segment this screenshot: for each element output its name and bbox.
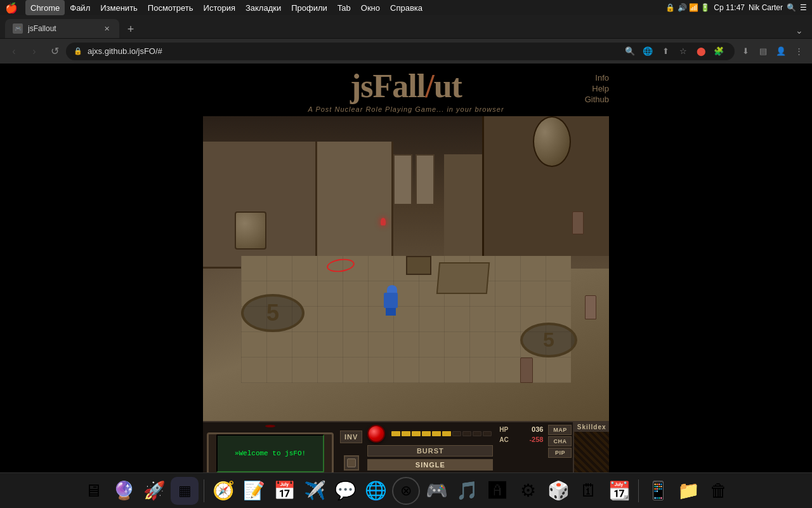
- menu-history[interactable]: История: [199, 0, 240, 15]
- dock-separator-1: [204, 479, 204, 502]
- menu-view[interactable]: Посмотреть: [143, 0, 199, 15]
- dock-music[interactable]: 🎵: [453, 477, 481, 505]
- dock-finder[interactable]: 🖥: [79, 477, 107, 505]
- pip-button[interactable]: PIP: [548, 448, 572, 458]
- dock-gametrack[interactable]: 🎮: [422, 477, 450, 505]
- inv-button[interactable]: INV: [340, 431, 362, 443]
- more-icon[interactable]: ⋮: [790, 43, 807, 60]
- game-scene: 5 5: [203, 116, 609, 421]
- dock-telegram[interactable]: ✈️: [301, 477, 329, 505]
- options-button[interactable]: [344, 455, 359, 471]
- game-logo: jsFall/ut: [203, 70, 609, 103]
- security-lock-icon: 🔒: [74, 47, 82, 55]
- translate-icon[interactable]: 🌐: [639, 43, 656, 60]
- hud-ap-bar: [390, 430, 493, 438]
- hud-skilldex-panel[interactable]: Skilldex: [573, 422, 609, 472]
- tab-expand-button[interactable]: ⌄: [792, 23, 807, 38]
- nav-info-link[interactable]: Info: [595, 73, 609, 83]
- game-nav: Info Help Github: [585, 73, 609, 104]
- browser-tab[interactable]: 🎮 jsFallout ✕: [5, 19, 119, 38]
- hud-mode-buttons: BURST SINGLE: [367, 445, 493, 472]
- menu-help[interactable]: Справка: [385, 0, 428, 15]
- menu-window[interactable]: Окно: [356, 0, 385, 15]
- menu-icons: 🔒 🔊 📶 🔋: [665, 3, 710, 12]
- ap-dot-7: [452, 431, 461, 436]
- dock-iphone[interactable]: 📱: [644, 477, 672, 505]
- new-tab-button[interactable]: +: [122, 20, 140, 38]
- ap-dot-4: [422, 431, 431, 436]
- skilldex-header: Skilldex: [574, 422, 609, 432]
- ac-label: AC: [499, 436, 508, 443]
- hud-button-column: MAP CHA PIP: [547, 422, 573, 472]
- ac-stat-row: AC -258: [497, 435, 546, 444]
- dock-safari[interactable]: 🧭: [209, 477, 237, 505]
- nav-github-link[interactable]: Github: [585, 95, 609, 104]
- ap-dot-1: [391, 431, 400, 436]
- apple-menu[interactable]: 🍎: [5, 2, 18, 14]
- menu-bar-right: 🔒 🔊 📶 🔋 Ср 11:47 Nik Carter 🔍 ☰: [665, 3, 807, 12]
- menu-chrome[interactable]: Chrome: [25, 0, 65, 15]
- game-container[interactable]: jsFall/ut A Post Nuclear Role Playing Ga…: [203, 64, 609, 472]
- dock-badge1[interactable]: 🗓: [575, 477, 603, 505]
- back-button[interactable]: ‹: [5, 43, 23, 60]
- menu-bar: 🍎 Chrome Файл Изменить Посмотреть Истори…: [0, 0, 812, 15]
- extension-icon[interactable]: ⬤: [693, 43, 709, 60]
- search-lens-icon[interactable]: 🔍: [622, 43, 638, 60]
- menu-profiles[interactable]: Профили: [286, 0, 332, 15]
- menu-list[interactable]: ☰: [800, 3, 807, 12]
- dock-mission-control[interactable]: ▦: [171, 477, 199, 505]
- burst-button[interactable]: BURST: [367, 445, 493, 457]
- url-display[interactable]: ajxs.github.io/jsFO/#: [88, 46, 617, 56]
- single-button[interactable]: SINGLE: [367, 459, 493, 471]
- menu-tab[interactable]: Tab: [332, 0, 356, 15]
- hud-message-box: »Welcome to jsFO!: [207, 432, 334, 472]
- hud-top-row: [367, 425, 493, 443]
- ac-value: -258: [529, 436, 543, 443]
- menu-bookmarks[interactable]: Закладки: [240, 0, 286, 15]
- game-header: jsFall/ut A Post Nuclear Role Playing Ga…: [203, 64, 609, 116]
- download-icon[interactable]: ⬇: [737, 43, 754, 60]
- menu-search[interactable]: 🔍: [787, 3, 796, 12]
- game-viewport[interactable]: 5 5: [203, 116, 609, 421]
- forward-button[interactable]: ›: [25, 43, 43, 60]
- address-input[interactable]: 🔒 ajxs.github.io/jsFO/# 🔍 🌐 ⬆ ☆ ⬤ 🧩: [66, 43, 735, 60]
- profile-icon[interactable]: 👤: [773, 43, 789, 60]
- dock-preferences[interactable]: ⚙: [514, 477, 542, 505]
- hud-big-red-button[interactable]: [367, 425, 385, 443]
- share-icon[interactable]: ⬆: [657, 43, 674, 60]
- dock-appstore[interactable]: 🅰: [483, 477, 511, 505]
- tab-bar: 🎮 jsFallout ✕ + ⌄: [0, 15, 812, 38]
- dock-whatsapp[interactable]: 💬: [331, 477, 359, 505]
- ap-dot-6: [442, 431, 451, 436]
- hud-red-button-left[interactable]: [265, 425, 275, 427]
- dock-downloads[interactable]: 📁: [674, 477, 702, 505]
- cha-button[interactable]: CHA: [548, 436, 572, 446]
- map-button[interactable]: MAP: [548, 425, 572, 435]
- tab-close-button[interactable]: ✕: [102, 23, 112, 34]
- logo-slash: /: [425, 68, 433, 104]
- dock-calendar[interactable]: 📅: [270, 477, 298, 505]
- dock-badge2[interactable]: 📆: [605, 477, 633, 505]
- dock: 🖥 🔮 🚀 ▦ 🧭 📝 📅 ✈️ 💬 🌐 ⊗ 🎮 🎵 🅰 ⚙ 🎲 🗓 📆 📱 📁…: [0, 472, 812, 508]
- skilldex-body: [574, 432, 609, 472]
- bookmark-icon[interactable]: ☆: [675, 43, 691, 60]
- puzzle-icon[interactable]: 🧩: [710, 43, 727, 60]
- menu-user[interactable]: Nik Carter: [749, 3, 783, 12]
- reload-button[interactable]: ↺: [46, 43, 63, 60]
- tab-title: jsFallout: [28, 24, 96, 33]
- address-right-icons: 🔍 🌐 ⬆ ☆ ⬤ 🧩: [622, 43, 727, 60]
- hud-center: BURST SINGLE: [365, 422, 495, 472]
- nav-help-link[interactable]: Help: [592, 84, 609, 93]
- dock-overkill[interactable]: ⊗: [392, 477, 420, 505]
- ap-dot-8: [462, 431, 471, 436]
- hp-value: 036: [532, 425, 543, 433]
- sidebar-icon[interactable]: ▤: [755, 43, 771, 60]
- dock-steam[interactable]: 🎲: [544, 477, 572, 505]
- dock-notes[interactable]: 📝: [240, 477, 268, 505]
- dock-chrome[interactable]: 🌐: [362, 477, 390, 505]
- dock-trash[interactable]: 🗑: [705, 477, 733, 505]
- dock-siri[interactable]: 🔮: [110, 477, 138, 505]
- menu-file[interactable]: Файл: [65, 0, 95, 15]
- menu-edit[interactable]: Изменить: [95, 0, 143, 15]
- dock-launchpad[interactable]: 🚀: [140, 477, 168, 505]
